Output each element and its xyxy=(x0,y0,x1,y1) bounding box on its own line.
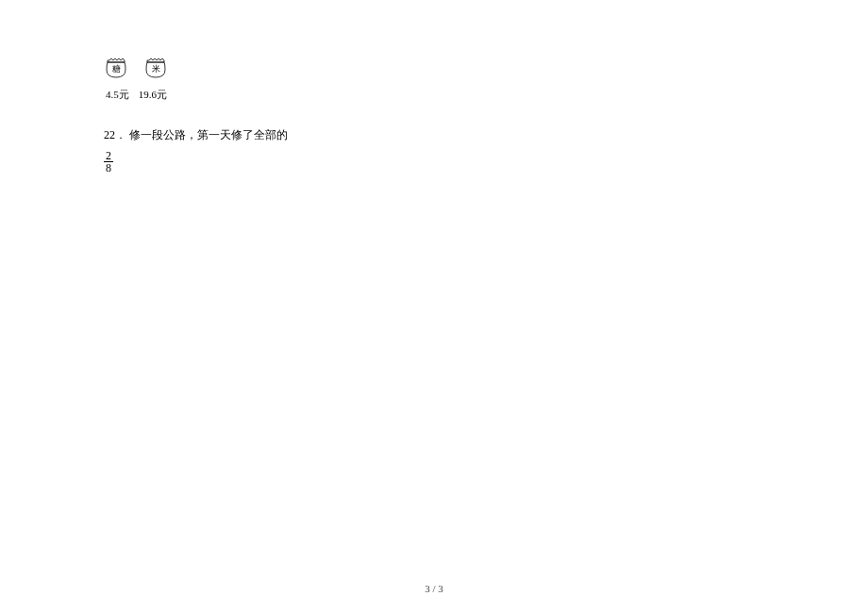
svg-text:米: 米 xyxy=(152,64,160,74)
fraction-numerator: 2 xyxy=(104,150,113,162)
sack-icon: 糖 xyxy=(104,57,128,79)
page-number: 3 / 3 xyxy=(425,583,443,594)
fraction: 2 8 xyxy=(104,150,113,174)
item-sugar: 糖 xyxy=(104,57,128,83)
svg-text:糖: 糖 xyxy=(112,64,121,74)
item-rice: 米 xyxy=(143,57,168,83)
question-22: 22． 修一段公路，第一天修了全部的 xyxy=(104,126,764,144)
price-sugar: 4.5元 xyxy=(106,87,129,104)
price-rice: 19.6元 xyxy=(139,87,167,104)
prices-row: 4.5元 19.6元 xyxy=(106,87,764,104)
sack-icon: 米 xyxy=(143,57,168,79)
question-text: 修一段公路，第一天修了全部的 xyxy=(129,128,288,141)
question-number: 22． xyxy=(104,126,126,144)
items-row: 糖 米 xyxy=(104,57,764,83)
document-page: 糖 米 4.5元 19.6元 22． 修一段公路，第一天修了全部的 2 8 xyxy=(0,0,868,174)
page-footer: 3 / 3 xyxy=(0,583,868,594)
fraction-denominator: 8 xyxy=(104,162,113,174)
